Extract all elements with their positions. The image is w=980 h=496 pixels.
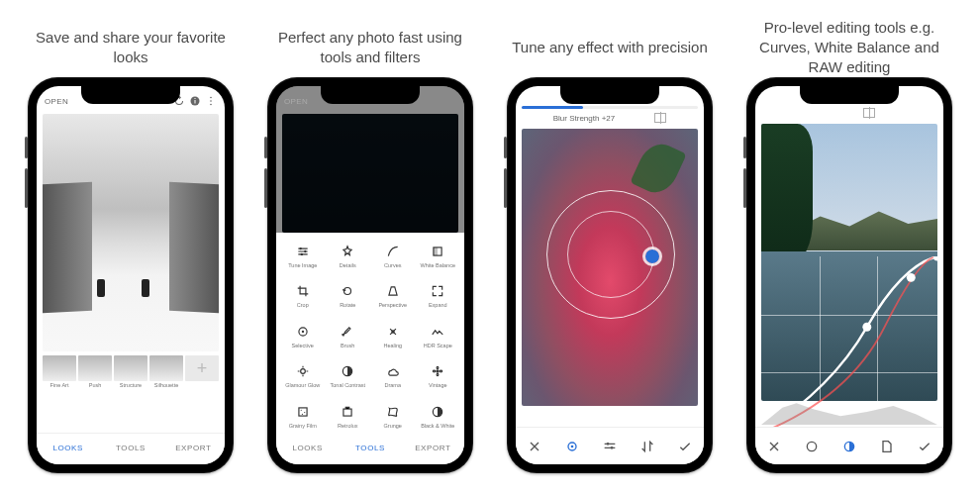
retrolux-icon (340, 404, 355, 420)
tab-export[interactable]: EXPORT (162, 434, 225, 464)
tool-drama[interactable]: Drama (370, 360, 416, 400)
channel-rgb-button[interactable] (840, 438, 858, 455)
svg-rect-16 (299, 408, 307, 416)
bottom-tabs: LOOKS TOOLS EXPORT (37, 433, 225, 464)
tool-selective[interactable]: Selective (280, 321, 326, 360)
cancel-button[interactable] (765, 438, 783, 455)
rotate-icon (340, 283, 355, 299)
apply-button[interactable] (676, 438, 694, 455)
svg-point-7 (304, 250, 306, 252)
white-balance-icon (430, 244, 445, 259)
tab-looks[interactable]: LOOKS (37, 434, 99, 464)
compare-icon[interactable] (654, 113, 666, 123)
svg-point-27 (907, 273, 916, 282)
apply-button[interactable] (916, 438, 933, 455)
parameter-label: Blur Strength +27 (553, 114, 615, 123)
main-photo[interactable] (43, 114, 219, 351)
svg-point-5 (210, 104, 212, 106)
expand-icon (430, 283, 445, 299)
film-icon (295, 404, 311, 420)
notch (321, 86, 420, 104)
svg-point-28 (933, 256, 937, 260)
slot-1: Save and share your favorite looks OPEN … (22, 18, 240, 473)
tool-vintage[interactable]: Vintage (416, 360, 461, 400)
add-look-button[interactable]: + (185, 355, 219, 388)
edit-bottom-bar (755, 427, 943, 464)
tool-crop[interactable]: Crop (280, 280, 326, 320)
bw-icon (430, 404, 445, 420)
caption-3: Tune any effect with precision (506, 18, 714, 77)
shape-button[interactable] (563, 438, 581, 455)
look-thumb[interactable]: Silhouette (149, 355, 183, 388)
presets-button[interactable] (878, 438, 896, 455)
glow-icon (295, 363, 311, 379)
cancel-button[interactable] (526, 438, 543, 455)
slot-3: Tune any effect with precision Blur Stre… (501, 18, 719, 473)
more-icon[interactable] (205, 95, 217, 107)
details-icon (340, 244, 355, 259)
tool-retrolux[interactable]: Retrolux (326, 401, 371, 441)
svg-point-3 (210, 97, 212, 99)
caption-1: Save and share your favorite looks (22, 18, 240, 77)
caption-4: Pro-level editing tools e.g. Curves, Whi… (740, 18, 958, 77)
look-thumb[interactable]: Fine Art (43, 355, 76, 388)
tool-rotate[interactable]: Rotate (326, 280, 371, 320)
parameter-readout: Blur Strength +27 (516, 109, 704, 127)
invert-button[interactable] (638, 438, 656, 455)
selective-icon (295, 324, 311, 340)
tool-brush[interactable]: Brush (326, 321, 371, 360)
tool-details[interactable]: Details (326, 241, 371, 280)
more-icon[interactable] (444, 95, 456, 107)
perspective-icon (385, 283, 401, 299)
notch (800, 86, 899, 104)
tool-grainy-film[interactable]: Grainy Film (280, 401, 326, 441)
tool-healing[interactable]: Healing (370, 321, 416, 360)
notch (81, 86, 180, 104)
drama-icon (385, 363, 401, 379)
slot-2: Perfect any photo fast using tools and f… (261, 18, 479, 473)
svg-point-23 (571, 445, 574, 447)
tool-glamour-glow[interactable]: Glamour Glow (280, 360, 326, 400)
info-icon[interactable] (189, 95, 201, 107)
tool-curves[interactable]: Curves (370, 241, 416, 280)
open-button[interactable]: OPEN (284, 97, 308, 106)
phone-frame-1: OPEN Fine Art Push Structure Silhouette … (28, 77, 234, 473)
screen-3: Blur Strength +27 (516, 86, 704, 464)
tool-tonal-contrast[interactable]: Tonal Contrast (326, 360, 371, 400)
tools-grid: Tune Image Details Curves White Balance … (276, 233, 464, 441)
tool-white-balance[interactable]: White Balance (416, 241, 461, 280)
svg-point-6 (299, 248, 301, 249)
main-photo[interactable] (522, 129, 698, 406)
tool-black-white[interactable]: Black & White (416, 401, 461, 441)
svg-rect-1 (195, 100, 196, 104)
value-slider[interactable] (522, 106, 698, 109)
svg-point-25 (611, 446, 614, 449)
tool-expand[interactable]: Expand (416, 280, 461, 320)
slot-4: Pro-level editing tools e.g. Curves, Whi… (740, 18, 958, 473)
grunge-icon (385, 404, 401, 420)
sliders-icon (295, 244, 311, 259)
notch (560, 86, 659, 104)
vintage-icon (430, 363, 445, 379)
compare-icon[interactable] (863, 108, 875, 118)
tab-tools[interactable]: TOOLS (99, 434, 161, 464)
svg-point-8 (300, 253, 302, 255)
tool-grunge[interactable]: Grunge (370, 401, 416, 441)
svg-point-29 (807, 442, 816, 450)
look-thumb[interactable]: Push (78, 355, 112, 388)
svg-point-17 (300, 409, 301, 410)
svg-point-24 (607, 443, 610, 446)
channel-luminance-button[interactable] (803, 438, 821, 455)
tool-tune-image[interactable]: Tune Image (280, 241, 326, 280)
focus-handle[interactable] (645, 249, 659, 263)
look-thumb[interactable]: Structure (114, 355, 147, 388)
screen-4 (755, 86, 943, 464)
svg-rect-20 (343, 409, 351, 416)
adjust-button[interactable] (601, 438, 619, 455)
svg-point-13 (300, 369, 305, 374)
tool-perspective[interactable]: Perspective (370, 280, 416, 320)
svg-point-19 (302, 413, 303, 414)
open-button[interactable]: OPEN (45, 97, 68, 106)
tool-hdr-scape[interactable]: HDR Scape (416, 321, 461, 360)
info-icon[interactable] (429, 95, 441, 107)
